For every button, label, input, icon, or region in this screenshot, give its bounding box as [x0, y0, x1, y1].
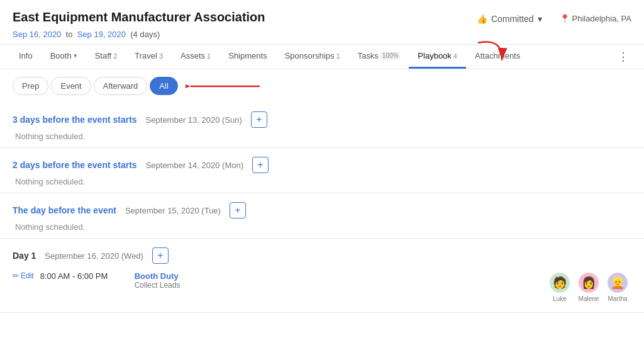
day-section: Day 1 September 16, 2020 (Wed) + ✏ Edit … [0, 239, 644, 313]
date-to[interactable]: Sep 19, 2020 [77, 30, 126, 39]
date-range: Sep 16, 2020 to Sep 19, 2020 (4 days) [13, 30, 160, 39]
tab-travel[interactable]: Travel 3 [126, 45, 172, 69]
add-event-button[interactable]: + [252, 157, 269, 173]
nothing-scheduled: Nothing scheduled. [13, 177, 631, 186]
tab-sponsorships[interactable]: Sponsorships 1 [276, 45, 349, 69]
day-date: September 16, 2020 (Wed) [45, 251, 143, 261]
chevron-down-icon: ▾ [538, 14, 542, 24]
nav-tabs: Info Booth ▾ Staff 2 Travel 3 Assets 1 S… [0, 45, 644, 69]
committed-label: Committed [491, 14, 534, 24]
tab-tasks[interactable]: Tasks 100% [349, 45, 409, 69]
add-event-button[interactable]: + [251, 111, 267, 128]
avatar: 👩 [577, 271, 600, 294]
day-title: The day before the event [13, 205, 116, 215]
avatar: 👱 [606, 271, 629, 294]
event-row: ✏ Edit 8:00 AM - 6:00 PM Booth Duty Coll… [13, 268, 631, 306]
event-info: Booth Duty Collect Leads [135, 271, 546, 290]
tab-playbook[interactable]: Playbook 4 [409, 45, 466, 69]
tab-assets[interactable]: Assets 1 [172, 45, 219, 69]
day-date: September 15, 2020 (Tue) [125, 206, 221, 215]
add-event-button[interactable]: + [152, 247, 169, 264]
day-date: September 13, 2020 (Sun) [146, 115, 242, 125]
event-time: 8:00 AM - 6:00 PM [40, 271, 122, 281]
avatar: 🧑 [548, 271, 571, 294]
playbook-content: 3 days before the event starts September… [0, 103, 644, 313]
tab-shipments[interactable]: Shipments [219, 45, 275, 69]
assignees: 🧑 Luke 👩 Malene 👱 Martha [546, 271, 631, 302]
thumb-icon: 👍 [477, 14, 487, 24]
avatar-label: Malene [579, 295, 599, 302]
assignee-luke: 🧑 Luke [548, 271, 571, 302]
event-name[interactable]: Booth Duty [135, 271, 546, 281]
day-title: 3 days before the event starts [13, 115, 137, 125]
date-from[interactable]: Sep 16, 2020 [13, 30, 61, 39]
map-pin-icon: 📍 [560, 14, 570, 23]
day-date: September 14, 2020 (Mon) [146, 161, 243, 170]
assignee-malene: 👩 Malene [577, 271, 600, 302]
filter-event[interactable]: Event [51, 77, 91, 95]
day-title: Day 1 [13, 251, 36, 261]
filter-prep[interactable]: Prep [13, 77, 48, 95]
assignee-martha: 👱 Martha [606, 271, 629, 302]
committed-button[interactable]: 👍 Committed ▾ [472, 11, 547, 26]
location: 📍 Philadelphia, PA [560, 14, 631, 23]
filter-afterward[interactable]: Afterward [94, 77, 148, 95]
add-event-button[interactable]: + [230, 202, 246, 218]
nothing-scheduled: Nothing scheduled. [13, 132, 631, 141]
location-text: Philadelphia, PA [572, 14, 631, 23]
filter-all[interactable]: All [150, 77, 177, 95]
nothing-scheduled: Nothing scheduled. [13, 222, 631, 232]
filter-bar: Prep Event Afterward All [0, 69, 644, 103]
tab-staff[interactable]: Staff 2 [86, 45, 126, 69]
avatar-label: Luke [553, 295, 567, 302]
day-section: 2 days before the event starts September… [0, 148, 644, 193]
org-name: East Equipment Manufacturer Association [13, 10, 265, 25]
tab-info[interactable]: Info [10, 45, 42, 69]
event-description: Collect Leads [135, 281, 546, 290]
edit-event-button[interactable]: ✏ Edit [13, 271, 34, 280]
more-options-button[interactable]: ⋮ [613, 45, 634, 69]
avatar-label: Martha [608, 295, 627, 302]
tab-booth[interactable]: Booth ▾ [42, 45, 86, 69]
day-section: 3 days before the event starts September… [0, 103, 644, 148]
day-section: The day before the event September 15, 2… [0, 193, 644, 239]
day-title: 2 days before the event starts [13, 160, 137, 170]
pencil-icon: ✏ [13, 271, 19, 280]
